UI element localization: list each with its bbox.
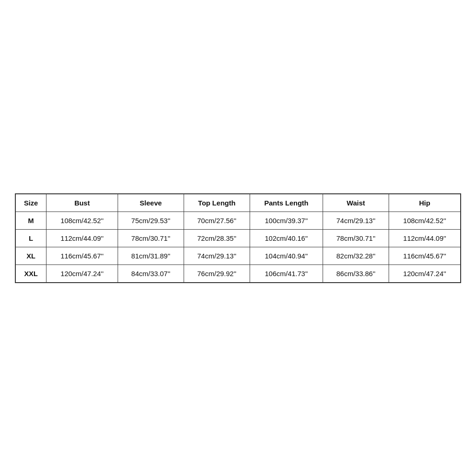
table-row: L112cm/44.09''78cm/30.71''72cm/28.35''10… bbox=[15, 229, 461, 247]
cell-pants_length: 100cm/39.37'' bbox=[250, 212, 323, 229]
col-header-hip: Hip bbox=[389, 194, 461, 212]
cell-size: M bbox=[15, 212, 46, 229]
col-header-size: Size bbox=[15, 194, 46, 212]
cell-top_length: 76cm/29.92'' bbox=[184, 264, 250, 283]
size-chart-wrapper: Size Bust Sleeve Top Length Pants Length… bbox=[15, 193, 461, 283]
cell-sleeve: 81cm/31.89'' bbox=[118, 247, 184, 264]
cell-bust: 116cm/45.67'' bbox=[46, 247, 118, 264]
table-row: XXL120cm/47.24''84cm/33.07''76cm/29.92''… bbox=[15, 264, 461, 283]
cell-sleeve: 84cm/33.07'' bbox=[118, 264, 184, 283]
cell-sleeve: 78cm/30.71'' bbox=[118, 229, 184, 247]
col-header-waist: Waist bbox=[323, 194, 389, 212]
cell-hip: 120cm/47.24'' bbox=[389, 264, 461, 283]
table-row: M108cm/42.52''75cm/29.53''70cm/27.56''10… bbox=[15, 212, 461, 229]
cell-bust: 112cm/44.09'' bbox=[46, 229, 118, 247]
cell-hip: 116cm/45.67'' bbox=[389, 247, 461, 264]
cell-hip: 108cm/42.52'' bbox=[389, 212, 461, 229]
cell-pants_length: 102cm/40.16'' bbox=[250, 229, 323, 247]
cell-size: XXL bbox=[15, 264, 46, 283]
cell-waist: 86cm/33.86'' bbox=[323, 264, 389, 283]
col-header-bust: Bust bbox=[46, 194, 118, 212]
col-header-top-length: Top Length bbox=[184, 194, 250, 212]
cell-top_length: 72cm/28.35'' bbox=[184, 229, 250, 247]
cell-waist: 74cm/29.13'' bbox=[323, 212, 389, 229]
cell-size: XL bbox=[15, 247, 46, 264]
cell-pants_length: 106cm/41.73'' bbox=[250, 264, 323, 283]
cell-top_length: 70cm/27.56'' bbox=[184, 212, 250, 229]
cell-top_length: 74cm/29.13'' bbox=[184, 247, 250, 264]
cell-waist: 82cm/32.28'' bbox=[323, 247, 389, 264]
cell-sleeve: 75cm/29.53'' bbox=[118, 212, 184, 229]
cell-bust: 108cm/42.52'' bbox=[46, 212, 118, 229]
col-header-sleeve: Sleeve bbox=[118, 194, 184, 212]
cell-bust: 120cm/47.24'' bbox=[46, 264, 118, 283]
cell-waist: 78cm/30.71'' bbox=[323, 229, 389, 247]
cell-hip: 112cm/44.09'' bbox=[389, 229, 461, 247]
cell-pants_length: 104cm/40.94'' bbox=[250, 247, 323, 264]
cell-size: L bbox=[15, 229, 46, 247]
col-header-pants-length: Pants Length bbox=[250, 194, 323, 212]
table-row: XL116cm/45.67''81cm/31.89''74cm/29.13''1… bbox=[15, 247, 461, 264]
header-row: Size Bust Sleeve Top Length Pants Length… bbox=[15, 194, 461, 212]
size-chart-table: Size Bust Sleeve Top Length Pants Length… bbox=[15, 193, 461, 283]
